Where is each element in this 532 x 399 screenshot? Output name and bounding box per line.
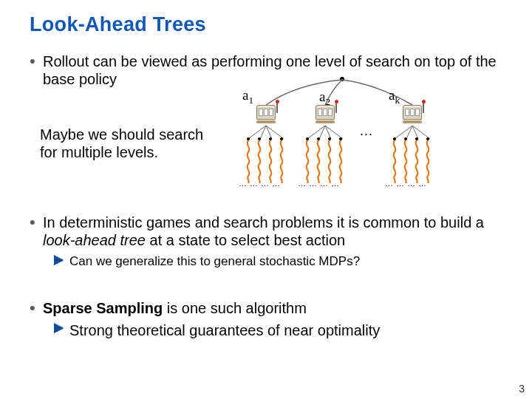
rollout-squiggle: … bbox=[400, 139, 411, 185]
bullet-3-text: Sparse Sampling is one such algorithm bbox=[43, 299, 307, 317]
action-label-a1: a1 bbox=[242, 87, 253, 106]
rollout-squiggle: … bbox=[335, 139, 346, 185]
rollout-group-3: … … … … bbox=[389, 139, 433, 185]
rollout-group-2: … … … … bbox=[302, 139, 346, 185]
sub-marker-icon: ⯈ bbox=[53, 321, 69, 338]
rollout-squiggle: … bbox=[412, 139, 422, 185]
tree-branch-ellipsis: … bbox=[359, 123, 375, 139]
page-number: 3 bbox=[519, 383, 525, 395]
rollout-squiggle: … bbox=[276, 139, 287, 185]
rollout-group-1: … … … … bbox=[243, 139, 287, 185]
slot-machine-icon bbox=[403, 105, 422, 124]
rollout-squiggle: … bbox=[265, 139, 276, 185]
bullet-marker: • bbox=[30, 214, 43, 231]
subbullet-2: ⯈ Can we generalize this to general stoc… bbox=[53, 253, 508, 270]
sub-marker-icon: ⯈ bbox=[53, 253, 69, 270]
subbullet-2-text: Can we generalize this to general stocha… bbox=[69, 253, 360, 269]
rollout-squiggle: … bbox=[254, 139, 265, 185]
subbullet-3-text: Strong theoretical guarantees of near op… bbox=[69, 321, 380, 339]
lookahead-tree-diagram: a1 a2 ak … … … … … … … … … bbox=[229, 74, 480, 200]
rollout-squiggle: … bbox=[389, 139, 400, 185]
slide-title: Look-Ahead Trees bbox=[30, 13, 508, 36]
bullet-2-text: In deterministic games and search proble… bbox=[43, 214, 501, 249]
rollout-squiggle: … bbox=[313, 139, 324, 185]
side-note: Maybe we should search for multiple leve… bbox=[40, 126, 210, 161]
bullet-marker: • bbox=[30, 52, 43, 70]
bullet-2: • In deterministic games and search prob… bbox=[30, 214, 508, 249]
rollout-squiggle: … bbox=[324, 139, 335, 185]
rollout-squiggle: … bbox=[423, 139, 433, 185]
action-label-ak: ak bbox=[389, 87, 400, 106]
bullet-3: • Sparse Sampling is one such algorithm bbox=[30, 299, 508, 317]
bullet-marker: • bbox=[30, 299, 43, 317]
slot-machine-icon bbox=[316, 105, 335, 124]
rollout-squiggle: … bbox=[302, 139, 313, 185]
subbullet-3: ⯈ Strong theoretical guarantees of near … bbox=[53, 321, 508, 339]
slot-machine-icon bbox=[256, 105, 276, 124]
rollout-squiggle: … bbox=[243, 139, 253, 185]
